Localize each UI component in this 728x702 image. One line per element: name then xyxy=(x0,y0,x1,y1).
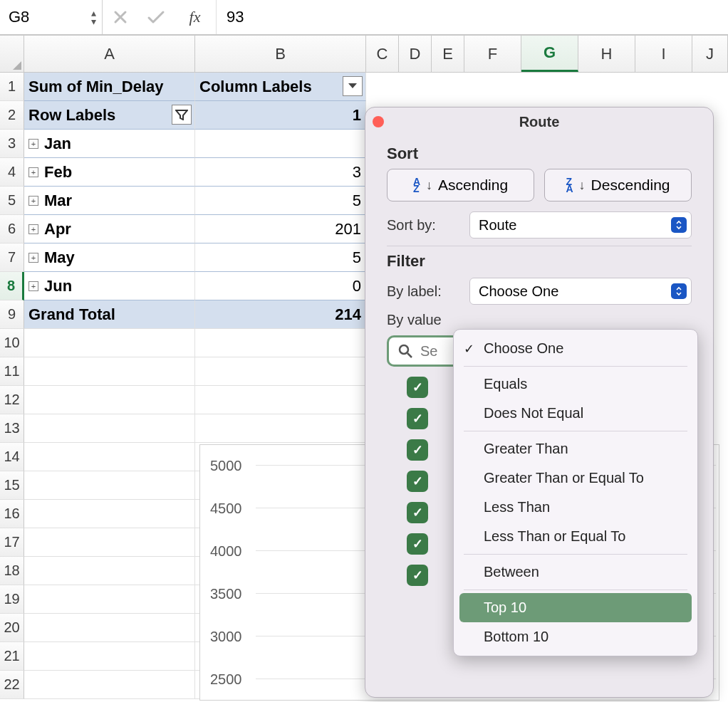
row-header[interactable]: 13 xyxy=(0,414,24,443)
sort-descending-button[interactable]: ZA ↓ Descending xyxy=(544,169,692,201)
row-header[interactable]: 20 xyxy=(0,614,24,642)
col-header-c[interactable]: C xyxy=(366,36,399,72)
dropdown-item-does-not-equal[interactable]: Does Not Equal xyxy=(454,399,697,428)
row-header[interactable]: 11 xyxy=(0,357,24,386)
pivot-grand-total-value[interactable]: 214 xyxy=(195,300,366,329)
empty-cell[interactable] xyxy=(24,386,195,414)
fx-label[interactable]: fx xyxy=(174,0,217,34)
expand-icon[interactable]: + xyxy=(28,253,38,263)
col-header-j[interactable]: J xyxy=(692,36,728,72)
empty-cell[interactable] xyxy=(24,671,195,699)
row-header[interactable]: 14 xyxy=(0,443,24,471)
column-filter-button[interactable] xyxy=(343,76,363,96)
empty-cell[interactable] xyxy=(24,414,195,443)
row-header[interactable]: 6 xyxy=(0,215,24,243)
pivot-row[interactable]: +Apr xyxy=(24,215,195,243)
sort-ascending-button[interactable]: AZ ↓ Ascending xyxy=(387,169,534,201)
pivot-column-labels[interactable]: Column Labels xyxy=(195,73,366,101)
dropdown-item-gte[interactable]: Greater Than or Equal To xyxy=(454,463,697,493)
empty-cell[interactable] xyxy=(24,642,195,671)
pivot-cell[interactable] xyxy=(195,130,366,158)
checkbox-checked[interactable]: ✓ xyxy=(407,533,428,555)
empty-cell[interactable] xyxy=(24,443,195,471)
empty-cell[interactable] xyxy=(24,557,195,585)
col-header-e[interactable]: E xyxy=(432,36,464,72)
checkbox-checked[interactable]: ✓ xyxy=(407,408,428,429)
row-header[interactable]: 22 xyxy=(0,671,24,699)
empty-cell[interactable] xyxy=(24,585,195,614)
row-header[interactable]: 3 xyxy=(0,130,24,158)
row-filter-button[interactable] xyxy=(172,105,192,125)
empty-cell[interactable] xyxy=(24,357,195,386)
pivot-cell[interactable]: 5 xyxy=(195,243,366,272)
empty-cell[interactable] xyxy=(24,528,195,557)
row-header[interactable]: 5 xyxy=(0,187,24,215)
checkbox-checked[interactable]: ✓ xyxy=(407,471,428,492)
dropdown-item-less-than[interactable]: Less Than xyxy=(454,493,697,522)
expand-icon[interactable]: + xyxy=(28,196,38,206)
pivot-row[interactable]: +Jun xyxy=(24,272,195,300)
row-header[interactable]: 17 xyxy=(0,528,24,557)
row-header[interactable]: 7 xyxy=(0,243,24,272)
col-header-i[interactable]: I xyxy=(635,36,692,72)
checkbox-checked[interactable]: ✓ xyxy=(407,377,428,398)
select-all-corner[interactable] xyxy=(0,36,24,72)
row-header[interactable]: 1 xyxy=(0,73,24,101)
empty-cell[interactable] xyxy=(195,386,366,414)
row-header[interactable]: 19 xyxy=(0,585,24,614)
name-box-stepper[interactable]: ▴▾ xyxy=(91,9,96,25)
empty-cell[interactable] xyxy=(195,414,366,443)
col-header-h[interactable]: H xyxy=(578,36,635,72)
expand-icon[interactable]: + xyxy=(28,224,38,234)
dropdown-item-equals[interactable]: Equals xyxy=(454,370,697,399)
expand-icon[interactable]: + xyxy=(28,281,38,291)
empty-cell[interactable] xyxy=(195,357,366,386)
pivot-col-1[interactable]: 1 xyxy=(195,101,366,130)
pivot-cell[interactable]: 3 xyxy=(195,158,366,187)
dropdown-item-lte[interactable]: Less Than or Equal To xyxy=(454,522,697,551)
empty-cell[interactable] xyxy=(24,471,195,500)
empty-cell[interactable] xyxy=(24,329,195,357)
dropdown-item-top10[interactable]: Top 10 xyxy=(459,593,692,622)
checkbox-checked[interactable]: ✓ xyxy=(407,439,428,461)
pivot-cell[interactable]: 201 xyxy=(195,215,366,243)
name-box[interactable]: G8 ▴▾ xyxy=(0,0,103,34)
cancel-formula-button[interactable] xyxy=(103,0,138,34)
row-header[interactable]: 15 xyxy=(0,471,24,500)
sort-by-select[interactable]: Route xyxy=(469,211,692,239)
row-header[interactable]: 21 xyxy=(0,642,24,671)
col-header-b[interactable]: B xyxy=(195,36,366,72)
checkbox-checked[interactable]: ✓ xyxy=(407,565,428,586)
close-icon[interactable] xyxy=(373,116,384,127)
pivot-row[interactable]: +Mar xyxy=(24,187,195,215)
row-header[interactable]: 18 xyxy=(0,557,24,585)
expand-icon[interactable]: + xyxy=(28,139,38,149)
empty-cell[interactable] xyxy=(195,329,366,357)
pivot-cell[interactable]: 0 xyxy=(195,272,366,300)
pivot-row[interactable]: +Feb xyxy=(24,158,195,187)
row-header[interactable]: 4 xyxy=(0,158,24,187)
dropdown-item-choose-one[interactable]: Choose One xyxy=(454,334,697,363)
pivot-row[interactable]: +Jan xyxy=(24,130,195,158)
pivot-cell[interactable]: 5 xyxy=(195,187,366,215)
expand-icon[interactable]: + xyxy=(28,167,38,177)
pivot-grand-total-label[interactable]: Grand Total xyxy=(24,300,195,329)
row-header[interactable]: 12 xyxy=(0,386,24,414)
col-header-a[interactable]: A xyxy=(24,36,195,72)
col-header-d[interactable]: D xyxy=(399,36,432,72)
formula-value[interactable]: 93 xyxy=(217,8,728,26)
dropdown-item-greater-than[interactable]: Greater Than xyxy=(454,434,697,463)
accept-formula-button[interactable] xyxy=(138,0,174,34)
row-header[interactable]: 2 xyxy=(0,101,24,130)
pivot-row[interactable]: +May xyxy=(24,243,195,272)
row-header[interactable]: 10 xyxy=(0,329,24,357)
row-header[interactable]: 16 xyxy=(0,500,24,528)
row-header[interactable]: 8 xyxy=(0,272,24,300)
col-header-f[interactable]: F xyxy=(464,36,521,72)
checkbox-checked[interactable]: ✓ xyxy=(407,502,428,523)
pivot-value-field[interactable]: Sum of Min_Delay xyxy=(24,73,195,101)
empty-cell[interactable] xyxy=(24,614,195,642)
row-header[interactable]: 9 xyxy=(0,300,24,329)
pivot-row-labels[interactable]: Row Labels xyxy=(24,101,195,130)
dropdown-item-between[interactable]: Between xyxy=(454,557,697,587)
